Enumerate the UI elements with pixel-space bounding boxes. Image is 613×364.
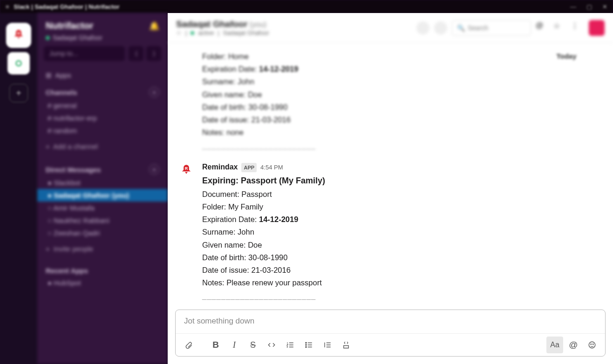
invite-people-link[interactable]: + Invite people xyxy=(37,239,168,255)
message-field: Date of issue: 21-03-2016 xyxy=(202,264,325,276)
add-channel-icon[interactable]: + xyxy=(149,87,159,97)
app-menu-icon[interactable]: ≡ xyxy=(6,3,9,10)
dm-item[interactable]: ○ Zeeshan Qadri xyxy=(37,227,168,239)
emoji-icon[interactable] xyxy=(584,337,600,353)
presence-indicator xyxy=(46,36,50,40)
search-input[interactable]: 🔍 Search xyxy=(452,20,531,36)
dm-header[interactable]: Direct Messages xyxy=(46,166,101,174)
search-icon: 🔍 xyxy=(457,24,465,32)
channel-item[interactable]: # general xyxy=(37,99,168,112)
starred-icon[interactable]: ☆ xyxy=(553,21,566,34)
remindax-avatar: R xyxy=(177,161,196,180)
recent-apps-header[interactable]: Recent Apps xyxy=(46,267,88,275)
app-action-button[interactable] xyxy=(589,20,605,36)
svg-point-5 xyxy=(589,342,595,348)
svg-text:R: R xyxy=(185,166,188,171)
message-field: Folder: Home xyxy=(202,50,316,63)
dm-item[interactable]: ○ Naukhez Rabbani xyxy=(37,214,168,227)
workspace-remindax[interactable]: R xyxy=(7,24,30,47)
message-title: Expiring: Passport (My Family) xyxy=(202,174,325,188)
workspace-other[interactable] xyxy=(7,52,30,74)
workspace-rail: R + xyxy=(0,13,37,364)
svg-text:R: R xyxy=(17,31,20,36)
message-field: Given name: Doe xyxy=(202,88,316,101)
more-icon[interactable]: ⋮ xyxy=(571,21,584,34)
star-icon[interactable]: ☆ xyxy=(176,29,182,36)
message-field: Surname: John xyxy=(202,75,316,88)
add-dm-icon[interactable]: + xyxy=(149,164,159,175)
svg-point-4 xyxy=(306,346,306,347)
message-field: Expiration Date: 14-12-2019 xyxy=(202,213,325,226)
message-separator: ________________________ xyxy=(202,290,325,302)
history-forward-button[interactable]: ⟩ xyxy=(146,46,161,61)
jump-to-input[interactable]: Jump to... xyxy=(44,46,125,61)
dm-item[interactable]: ● Slackbot xyxy=(37,176,168,189)
history-back-button[interactable]: ⟨ xyxy=(129,46,143,61)
ordered-list-icon[interactable] xyxy=(282,337,299,353)
message-field: Date of birth: 30-08-1990 xyxy=(202,251,325,264)
channel-item[interactable]: # nutrifactor-erp xyxy=(37,112,168,124)
info-icon[interactable] xyxy=(434,21,447,34)
italic-icon[interactable]: I xyxy=(226,337,243,353)
window-title: Slack | Sadaqat Ghafoor | Nutrifactor xyxy=(14,3,120,10)
message-field: Notes: Please renew your passport xyxy=(202,276,325,289)
composer-toolbar: B I S Aa @ xyxy=(176,333,605,356)
message-field: Notes: none xyxy=(202,126,316,139)
message-field: Document: Passport xyxy=(202,188,325,201)
attach-icon[interactable] xyxy=(180,337,197,353)
svg-point-2 xyxy=(306,342,306,343)
svg-point-6 xyxy=(591,344,592,345)
close-icon[interactable]: ✕ xyxy=(602,3,607,10)
phone-icon[interactable] xyxy=(416,21,429,34)
add-workspace-button[interactable]: + xyxy=(9,84,28,102)
notifications-icon[interactable]: 🔔 xyxy=(149,21,159,31)
message-field: Expiration Date: 14-12-2019 xyxy=(202,63,316,75)
sidebar: Nutrifactor 🔔 Sadaqat Ghafoor Jump to...… xyxy=(37,13,168,364)
channel-item[interactable]: # random xyxy=(37,124,168,137)
maximize-icon[interactable]: ▢ xyxy=(586,3,592,10)
workspace-name[interactable]: Nutrifactor xyxy=(46,20,93,31)
sidebar-apps[interactable]: ⊞ Apps xyxy=(37,66,168,81)
dm-item[interactable]: ● Sadaqat Ghafoor (you) xyxy=(37,189,168,202)
add-channel-link[interactable]: + Add a channel xyxy=(37,137,168,152)
strikethrough-icon[interactable]: S xyxy=(245,337,261,353)
message-field: Given name: Doe xyxy=(202,239,325,251)
message-field: Date of birth: 30-08-1990 xyxy=(202,101,316,114)
mention-icon[interactable]: @ xyxy=(565,337,582,353)
message-composer[interactable]: Jot something down B I S Aa @ xyxy=(175,310,606,357)
composer-input[interactable]: Jot something down xyxy=(176,310,605,333)
previous-message: Folder: HomeExpiration Date: 14-12-2019S… xyxy=(168,47,520,154)
message-field: Surname: John xyxy=(202,226,325,238)
bold-icon[interactable]: B xyxy=(207,337,224,353)
recent-app-item[interactable]: ● HubSpot xyxy=(37,276,168,289)
message-time: 4:54 PM xyxy=(260,162,283,172)
blockquote-icon[interactable] xyxy=(319,337,336,353)
svg-point-3 xyxy=(306,344,306,345)
conversation-title[interactable]: Sadaqat Ghafoor xyxy=(176,19,247,29)
message-field: Date of issue: 21-03-2016 xyxy=(202,114,316,126)
main-panel: Sadaqat Ghafoor (you) ☆ | active | Sadaq… xyxy=(168,13,613,364)
code-icon[interactable] xyxy=(263,337,280,353)
remindax-message: R Remindax APP 4:54 PM Expiring: Passpor… xyxy=(168,158,520,304)
code-block-icon[interactable] xyxy=(338,337,354,353)
presence-dot xyxy=(191,31,194,35)
message-sender[interactable]: Remindax xyxy=(202,161,238,173)
titlebar: ≡ Slack | Sadaqat Ghafoor | Nutrifactor … xyxy=(0,0,613,13)
date-divider: Today xyxy=(520,52,613,60)
current-user: Sadaqat Ghafoor xyxy=(53,34,102,41)
message-list: Folder: HomeExpiration Date: 14-12-2019S… xyxy=(168,43,613,310)
channel-header: Sadaqat Ghafoor (you) ☆ | active | Sadaq… xyxy=(168,13,613,43)
minimize-icon[interactable]: — xyxy=(570,3,576,10)
svg-point-7 xyxy=(593,344,594,345)
message-field: Folder: My Family xyxy=(202,201,325,213)
bullet-list-icon[interactable] xyxy=(300,337,317,353)
dm-item[interactable]: ○ Amir Mustafa xyxy=(37,202,168,214)
format-toggle-icon[interactable]: Aa xyxy=(546,337,563,353)
mentions-icon[interactable]: @ xyxy=(536,21,549,34)
channels-header[interactable]: Channels xyxy=(46,88,77,96)
app-badge: APP xyxy=(241,163,257,172)
